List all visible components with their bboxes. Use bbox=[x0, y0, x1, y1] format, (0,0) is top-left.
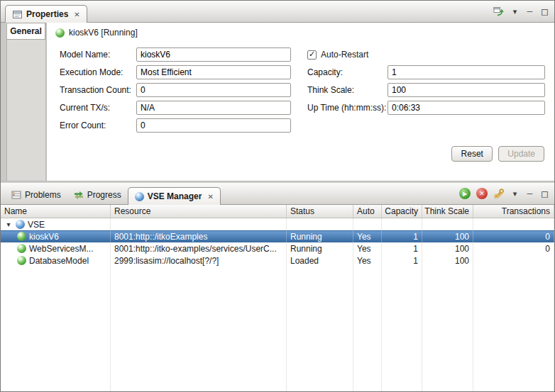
tab-properties-label: Properties bbox=[26, 9, 68, 19]
close-icon[interactable]: ✕ bbox=[207, 193, 213, 201]
row-name: kioskV6 bbox=[29, 232, 59, 242]
row-capacity: 1 bbox=[382, 254, 422, 267]
tab-general[interactable]: General bbox=[7, 23, 45, 40]
stop-model-button[interactable]: ✕ bbox=[476, 188, 488, 199]
error-count-input[interactable] bbox=[136, 118, 291, 133]
col-auto[interactable]: Auto bbox=[353, 205, 382, 218]
minimize-icon[interactable]: ─ bbox=[525, 190, 534, 198]
properties-body: General kioskV6 [Running] Model Name: ✓ … bbox=[1, 23, 554, 181]
think-scale-input[interactable] bbox=[388, 83, 545, 97]
col-resource[interactable]: Resource bbox=[111, 205, 287, 218]
row-transactions bbox=[473, 254, 554, 267]
row-resource: 2999:lisasim://localhost[?/?] bbox=[111, 254, 287, 267]
row-status: Running bbox=[287, 242, 353, 254]
tab-properties[interactable]: Properties ✕ bbox=[5, 5, 87, 23]
up-time-label: Up Time (hh:mm:ss): bbox=[307, 103, 388, 113]
row-think-scale: 100 bbox=[422, 254, 473, 267]
tree-expander-icon[interactable]: ▾ bbox=[4, 220, 13, 228]
row-think-scale: 100 bbox=[422, 230, 473, 242]
current-tx-input[interactable] bbox=[136, 101, 291, 115]
form-buttons: Reset Update bbox=[47, 146, 544, 162]
reset-button[interactable]: Reset bbox=[451, 146, 493, 162]
execution-mode-label: Execution Mode: bbox=[60, 67, 136, 77]
up-time-input[interactable] bbox=[388, 101, 545, 115]
transaction-count-input[interactable] bbox=[136, 83, 291, 97]
selection-header: kioskV6 [Running] bbox=[47, 23, 554, 43]
table-row[interactable]: kioskV6 8001:http::/itkoExamples Running… bbox=[1, 230, 554, 242]
properties-tabbar: Properties ✕ ▾ ─ ◻ bbox=[1, 1, 554, 23]
col-name[interactable]: Name bbox=[1, 205, 111, 218]
capacity-input[interactable] bbox=[388, 65, 545, 79]
link-with-editor-icon[interactable] bbox=[493, 6, 505, 17]
row-auto: Yes bbox=[353, 242, 382, 254]
close-icon[interactable]: ✕ bbox=[74, 11, 79, 18]
tab-problems[interactable]: Problems bbox=[5, 185, 67, 204]
row-status: Running bbox=[287, 230, 353, 242]
tree-row-vse[interactable]: ▾ VSE bbox=[1, 218, 554, 230]
problems-icon bbox=[11, 190, 21, 200]
model-icon bbox=[17, 232, 26, 241]
table-row[interactable]: WebServicesM... 8001:http::/itko-example… bbox=[1, 242, 554, 254]
tab-progress[interactable]: Progress bbox=[67, 185, 128, 204]
row-think-scale: 100 bbox=[422, 242, 473, 254]
row-status: Loaded bbox=[287, 254, 353, 267]
model-icon bbox=[17, 256, 26, 265]
table-row[interactable]: DatabaseModel 2999:lisasim://localhost[?… bbox=[1, 254, 554, 267]
properties-side-tabs: General bbox=[7, 23, 46, 181]
vse-node-icon bbox=[16, 220, 25, 229]
error-count-label: Error Count: bbox=[60, 121, 136, 130]
properties-panel: Properties ✕ ▾ ─ ◻ Gen bbox=[1, 1, 554, 181]
col-capacity[interactable]: Capacity bbox=[382, 205, 422, 218]
row-capacity: 1 bbox=[382, 242, 422, 254]
minimize-icon[interactable]: ─ bbox=[525, 8, 534, 16]
col-transactions[interactable]: Transactions bbox=[473, 205, 554, 218]
capacity-label: Capacity: bbox=[307, 67, 388, 77]
eclipse-workbench: Properties ✕ ▾ ─ ◻ Gen bbox=[0, 0, 555, 392]
table-header: Name Resource Status Auto Capacity Think… bbox=[1, 205, 554, 218]
model-icon bbox=[55, 28, 65, 38]
properties-toolbar: ▾ ─ ◻ bbox=[493, 6, 549, 17]
col-status[interactable]: Status bbox=[287, 205, 353, 218]
tab-problems-label: Problems bbox=[25, 190, 61, 200]
view-menu-icon[interactable]: ▾ bbox=[510, 190, 520, 198]
tab-vse-manager[interactable]: VSE Manager ✕ bbox=[128, 187, 221, 205]
row-auto: Yes bbox=[353, 254, 382, 267]
row-capacity: 1 bbox=[382, 230, 422, 242]
row-auto: Yes bbox=[353, 230, 382, 242]
progress-icon bbox=[74, 190, 84, 200]
model-icon bbox=[17, 244, 26, 253]
row-name: DatabaseModel bbox=[29, 256, 89, 266]
think-scale-label: Think Scale: bbox=[307, 85, 388, 95]
auto-restart-label: Auto-Restart bbox=[321, 50, 368, 60]
tab-vse-manager-label: VSE Manager bbox=[148, 191, 202, 201]
configure-wrench-icon[interactable] bbox=[493, 188, 505, 199]
bottom-tabbar: Problems Progress VSE Manager ✕ ▶ ✕ bbox=[1, 183, 554, 205]
view-menu-icon[interactable]: ▾ bbox=[510, 8, 520, 16]
tree-node-label: VSE bbox=[28, 220, 45, 230]
table-empty-area bbox=[1, 267, 554, 391]
row-resource: 8001:http::/itkoExamples bbox=[111, 230, 287, 242]
row-name: WebServicesM... bbox=[29, 244, 93, 254]
auto-restart-checkbox[interactable]: ✓ bbox=[307, 50, 317, 60]
row-transactions: 0 bbox=[473, 242, 554, 254]
selection-title: kioskV6 [Running] bbox=[69, 28, 138, 38]
model-name-input[interactable] bbox=[136, 47, 291, 62]
properties-content: kioskV6 [Running] Model Name: ✓ Auto-Res… bbox=[46, 23, 554, 181]
current-tx-label: Current TX/s: bbox=[60, 103, 136, 113]
start-model-button[interactable]: ▶ bbox=[459, 188, 471, 199]
col-think-scale[interactable]: Think Scale bbox=[422, 205, 473, 218]
vse-toolbar: ▶ ✕ ▾ ─ ◻ bbox=[459, 188, 549, 199]
transaction-count-label: Transaction Count: bbox=[60, 85, 136, 95]
tab-progress-label: Progress bbox=[87, 190, 121, 200]
auto-restart-row: ✓ Auto-Restart bbox=[307, 50, 368, 60]
update-button[interactable]: Update bbox=[498, 146, 544, 162]
execution-mode-input[interactable] bbox=[136, 65, 291, 79]
row-resource: 8001:http::/itko-examples/services/UserC… bbox=[111, 242, 287, 254]
check-icon: ✓ bbox=[309, 50, 315, 58]
row-transactions: 0 bbox=[473, 230, 554, 242]
maximize-icon[interactable]: ◻ bbox=[540, 7, 549, 16]
bottom-panel: Problems Progress VSE Manager ✕ ▶ ✕ bbox=[1, 183, 554, 391]
maximize-icon[interactable]: ◻ bbox=[540, 189, 549, 198]
vse-manager-icon bbox=[135, 192, 144, 201]
panel-left-trim bbox=[1, 23, 7, 181]
